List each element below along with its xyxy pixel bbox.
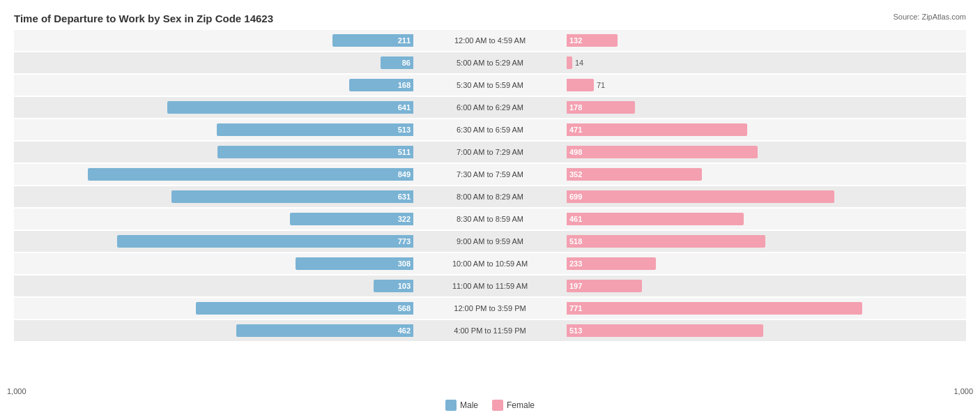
female-value-inside: 699 <box>569 193 582 201</box>
table-row: 308 10:00 AM to 10:59 AM 233 <box>14 253 966 274</box>
male-bar: 168 <box>349 79 413 91</box>
female-value-outside: 71 <box>597 81 618 89</box>
female-value-inside: 498 <box>569 148 582 156</box>
female-bar: 498 <box>567 146 758 158</box>
table-row: 849 7:30 AM to 7:59 AM 352 <box>14 164 966 185</box>
chart-title: Time of Departure to Work by Sex in Zip … <box>14 13 966 24</box>
male-value-inside: 462 <box>398 326 411 335</box>
male-value-inside: 513 <box>398 126 411 134</box>
left-section: 511 <box>14 142 413 163</box>
male-bar: 641 <box>167 101 413 114</box>
female-legend-label: Female <box>507 400 535 410</box>
time-label: 5:00 AM to 5:29 AM <box>413 59 567 67</box>
male-bar: 773 <box>117 235 413 248</box>
time-label: 10:00 AM to 10:59 AM <box>413 259 567 268</box>
male-value-inside: 511 <box>398 148 411 156</box>
source-label: Source: ZipAtlas.com <box>893 13 966 21</box>
male-value-inside: 631 <box>398 193 411 201</box>
female-legend-box <box>492 400 503 411</box>
right-section: 471 <box>567 119 966 140</box>
left-section: 513 <box>14 119 413 140</box>
legend-female: Female <box>492 400 535 411</box>
time-label: 12:00 AM to 4:59 AM <box>413 36 567 45</box>
male-legend-box <box>445 400 457 411</box>
bottom-area: 1,000 1,000 Male Female <box>0 380 980 415</box>
male-bar: 513 <box>217 123 413 136</box>
female-bar: 233 <box>567 257 656 270</box>
right-axis-label: 1,000 <box>490 387 980 395</box>
male-bar: 86 <box>381 56 413 69</box>
female-bar <box>567 56 572 69</box>
time-label: 7:30 AM to 7:59 AM <box>413 170 567 179</box>
time-label: 6:30 AM to 6:59 AM <box>413 126 567 134</box>
male-bar: 322 <box>290 213 413 225</box>
table-row: 86 5:00 AM to 5:29 AM 14 <box>14 52 966 73</box>
female-bar: 178 <box>567 101 635 114</box>
female-value-inside: 771 <box>569 304 582 312</box>
male-value-inside: 773 <box>398 237 411 246</box>
female-bar: 461 <box>567 213 744 225</box>
time-label: 4:00 PM to 11:59 PM <box>413 326 567 335</box>
female-value-outside: 14 <box>575 59 596 67</box>
right-section: 178 <box>567 97 966 118</box>
female-bar: 513 <box>567 324 763 337</box>
male-bar: 211 <box>332 34 413 47</box>
female-bar <box>567 79 594 91</box>
left-section: 641 <box>14 97 413 118</box>
female-value-inside: 352 <box>569 170 582 179</box>
time-label: 8:30 AM to 8:59 AM <box>413 215 567 223</box>
table-row: 631 8:00 AM to 8:29 AM 699 <box>14 186 966 207</box>
male-bar: 462 <box>236 324 413 337</box>
table-row: 513 6:30 AM to 6:59 AM 471 <box>14 119 966 140</box>
male-bar: 568 <box>196 302 413 315</box>
right-section: 233 <box>567 253 966 274</box>
right-section: 352 <box>567 164 966 185</box>
table-row: 462 4:00 PM to 11:59 PM 513 <box>14 320 966 341</box>
male-bar: 103 <box>374 280 413 292</box>
time-label: 6:00 AM to 6:29 AM <box>413 103 567 112</box>
table-row: 773 9:00 AM to 9:59 AM 518 <box>14 231 966 252</box>
female-value-inside: 197 <box>569 282 582 290</box>
female-value-inside: 513 <box>569 326 582 335</box>
right-section: 513 <box>567 320 966 341</box>
female-bar: 197 <box>567 280 642 292</box>
time-label: 9:00 AM to 9:59 AM <box>413 237 567 246</box>
female-bar: 518 <box>567 235 765 248</box>
right-section: 699 <box>567 186 966 207</box>
left-section: 462 <box>14 320 413 341</box>
female-bar: 771 <box>567 302 862 315</box>
left-section: 322 <box>14 209 413 229</box>
table-row: 168 5:30 AM to 5:59 AM 71 <box>14 75 966 96</box>
female-bar: 132 <box>567 34 618 47</box>
male-bar: 631 <box>171 190 413 203</box>
left-section: 308 <box>14 253 413 274</box>
table-row: 568 12:00 PM to 3:59 PM 771 <box>14 298 966 319</box>
left-axis-label: 1,000 <box>0 387 490 395</box>
time-label: 5:30 AM to 5:59 AM <box>413 81 567 89</box>
female-bar: 699 <box>567 190 834 203</box>
table-row: 322 8:30 AM to 8:59 AM 461 <box>14 209 966 229</box>
time-label: 8:00 AM to 8:29 AM <box>413 193 567 201</box>
axis-row: 1,000 1,000 <box>0 387 980 395</box>
chart-area: 211 12:00 AM to 4:59 AM 132 86 5:00 AM t… <box>14 30 966 359</box>
right-section: 197 <box>567 276 966 296</box>
male-bar: 849 <box>88 168 413 181</box>
right-section: 498 <box>567 142 966 163</box>
female-value-inside: 518 <box>569 237 582 246</box>
left-section: 168 <box>14 75 413 96</box>
male-value-inside: 103 <box>398 282 411 290</box>
left-section: 631 <box>14 186 413 207</box>
left-section: 568 <box>14 298 413 319</box>
left-section: 211 <box>14 30 413 51</box>
male-bar: 308 <box>296 257 413 270</box>
female-bar: 352 <box>567 168 702 181</box>
left-section: 849 <box>14 164 413 185</box>
male-bar: 511 <box>217 146 413 158</box>
legend-male: Male <box>445 400 478 411</box>
female-value-inside: 178 <box>569 103 582 112</box>
male-value-inside: 308 <box>398 259 411 268</box>
male-value-inside: 641 <box>398 103 411 112</box>
time-label: 12:00 PM to 3:59 PM <box>413 304 567 312</box>
female-bar: 471 <box>567 123 747 136</box>
female-value-inside: 471 <box>569 126 582 134</box>
